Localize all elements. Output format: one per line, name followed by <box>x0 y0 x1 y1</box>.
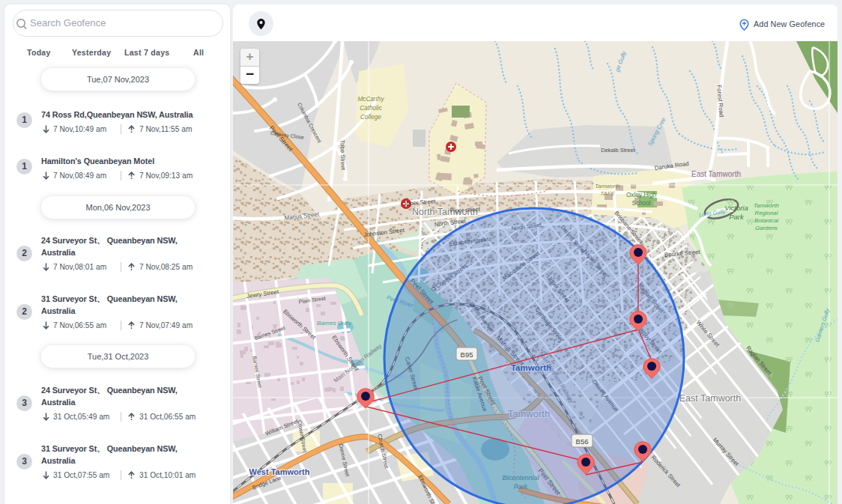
svg-text:Tribe Street: Tribe Street <box>339 140 346 171</box>
svg-text:TAFE: TAFE <box>600 190 615 197</box>
svg-text:Catholic: Catholic <box>360 105 382 112</box>
svg-text:East Tamworth: East Tamworth <box>691 170 741 178</box>
svg-text:School: School <box>632 200 650 207</box>
svg-text:Oxley High: Oxley High <box>626 192 656 198</box>
svg-text:Barnes Gully: Barnes Gully <box>317 320 352 327</box>
svg-text:Tamworth: Tamworth <box>754 202 779 209</box>
svg-text:Gardens: Gardens <box>755 225 778 231</box>
svg-text:B95: B95 <box>461 350 473 359</box>
svg-text:B56: B56 <box>576 437 589 446</box>
svg-text:Tamworth: Tamworth <box>595 183 620 189</box>
svg-text:McCarthy: McCarthy <box>357 96 384 103</box>
svg-text:East Tamworth: East Tamworth <box>679 393 741 404</box>
svg-text:College: College <box>360 114 381 121</box>
svg-text:Botanical: Botanical <box>754 217 778 224</box>
svg-text:Park: Park <box>729 213 745 221</box>
svg-text:Victoria: Victoria <box>724 204 748 212</box>
svg-text:Dekalb Street: Dekalb Street <box>601 147 635 154</box>
svg-text:Regional: Regional <box>755 210 778 216</box>
